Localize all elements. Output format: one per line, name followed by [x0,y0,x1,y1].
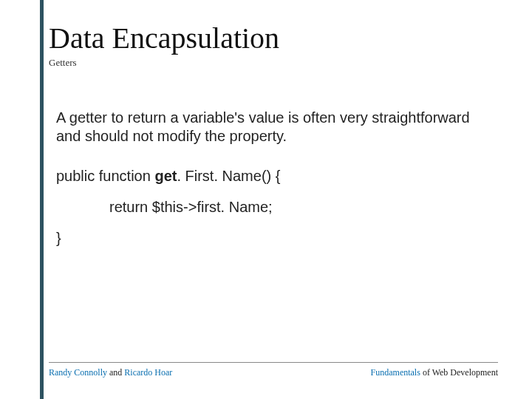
accent-bar [40,0,44,399]
footer-text: of Web Development [420,367,498,378]
code-block: public function get. First. Name() { ret… [56,166,498,248]
book-link[interactable]: Fundamentals [371,367,420,378]
code-line-2: return $this->first. Name; [56,197,498,216]
code-keyword: get [154,168,177,184]
slide-title: Data Encapsulation [49,21,498,55]
code-text: . First. Name() { [177,168,280,184]
footer-row: Randy Connolly and Ricardo Hoar Fundamen… [49,367,498,378]
footer-text: and [107,367,124,378]
footer-divider [49,362,498,363]
footer-right: Fundamentals of Web Development [371,367,498,378]
code-text: public function [56,168,154,184]
code-line-3: } [56,228,498,248]
slide-body: A getter to return a variable's value is… [49,109,498,248]
slide: Data Encapsulation Getters A getter to r… [0,0,532,399]
author-link-1[interactable]: Randy Connolly [49,367,107,378]
code-line-1: public function get. First. Name() { [56,166,498,185]
author-link-2[interactable]: Ricardo Hoar [124,367,172,378]
footer: Randy Connolly and Ricardo Hoar Fundamen… [49,362,498,378]
slide-subtitle: Getters [49,57,498,69]
intro-paragraph: A getter to return a variable's value is… [56,109,470,146]
footer-left: Randy Connolly and Ricardo Hoar [49,367,172,378]
